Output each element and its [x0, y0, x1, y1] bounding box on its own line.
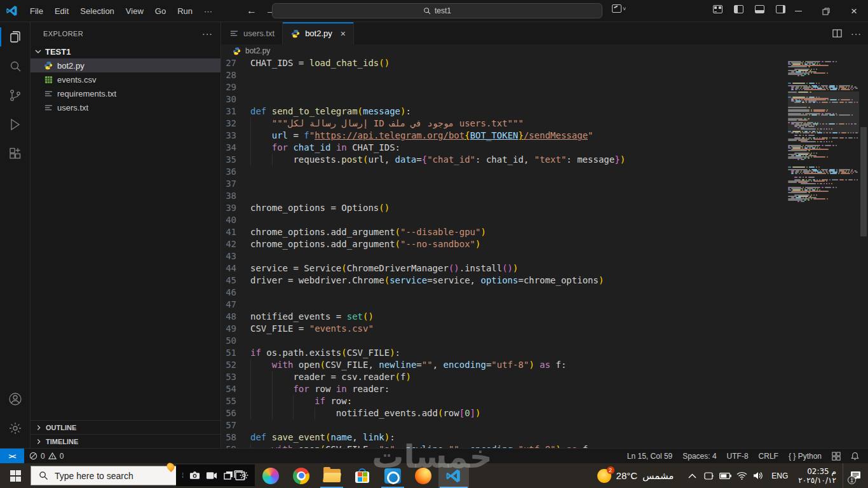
code-line[interactable]: 59with open(CSV_FILE, "a", newline="", e…: [221, 444, 868, 448]
code-line[interactable]: 52with open(CSV_FILE, newline="", encodi…: [221, 359, 868, 371]
code-line[interactable]: 51if os.path.exists(CSV_FILE):: [221, 347, 868, 359]
status-item-crlf[interactable]: CRLF: [759, 452, 778, 461]
code-line[interactable]: 56notified_events.add(row[0]): [221, 407, 868, 419]
tab-users-txt[interactable]: users.txt: [221, 22, 283, 44]
code-line[interactable]: 32"""إرسال رسالة لكل ID موجود في ملف use…: [221, 118, 868, 130]
file-item-users-txt[interactable]: users.txt: [31, 100, 220, 114]
speaker-icon[interactable]: [750, 463, 766, 488]
video-camera-icon[interactable]: [206, 471, 217, 480]
code-editor[interactable]: 27CHAT_IDS = load_chat_ids()28293031def …: [221, 57, 868, 448]
customize-layout-icon[interactable]: [713, 5, 722, 13]
wifi-icon[interactable]: [733, 463, 750, 488]
menu-item-[interactable]: ···: [199, 4, 217, 18]
capture-more-icon[interactable]: ⁞: [182, 472, 184, 479]
code-line[interactable]: 30: [221, 93, 868, 105]
tab-bot2-py[interactable]: bot2.py×: [283, 22, 354, 44]
scrollbar-thumb[interactable]: [860, 127, 867, 236]
code-line[interactable]: 49CSV_FILE = "events.csv": [221, 323, 868, 335]
code-line[interactable]: 33url = f"https://api.telegram.org/bot{B…: [221, 130, 868, 142]
minimize-button[interactable]: [784, 0, 812, 22]
code-line[interactable]: 39chrome_options = Options(): [221, 202, 868, 214]
code-line[interactable]: 35requests.post(url, data={"chat_id": ch…: [221, 154, 868, 166]
explorer-icon[interactable]: [0, 22, 31, 51]
section-timeline[interactable]: TIMELINE: [31, 434, 220, 448]
code-line[interactable]: 54for row in reader:: [221, 383, 868, 395]
problems-status[interactable]: 0 0: [29, 452, 64, 461]
taskbar-search[interactable]: Type here to search ⁞: [31, 466, 221, 485]
ports-icon[interactable]: [832, 452, 841, 461]
taskbar-app-chrome-icon[interactable]: [286, 463, 316, 488]
split-editor-icon[interactable]: [832, 29, 842, 38]
code-line[interactable]: 37: [221, 178, 868, 190]
code-line[interactable]: 28: [221, 69, 868, 81]
code-line[interactable]: 31def send_to_telegram(message):: [221, 105, 868, 118]
close-button[interactable]: ×: [840, 0, 868, 22]
code-line[interactable]: 44service = Service(ChromeDriverManager(…: [221, 262, 868, 274]
taskbar-app-copilot-icon[interactable]: [255, 463, 286, 488]
action-center-button[interactable]: 1: [843, 463, 868, 488]
code-line[interactable]: 47: [221, 299, 868, 311]
command-center-search[interactable]: test1: [272, 3, 602, 18]
vertical-scrollbar[interactable]: [859, 57, 868, 448]
taskbar-app-microsoft-store-icon[interactable]: [347, 463, 377, 488]
toggle-panel-icon[interactable]: [755, 5, 764, 13]
close-tab-icon[interactable]: ×: [341, 29, 346, 39]
code-line[interactable]: 41chrome_options.add_argument("--disable…: [221, 226, 868, 238]
language-indicator[interactable]: ENG: [766, 471, 793, 480]
camera-icon[interactable]: [189, 471, 200, 480]
code-line[interactable]: 57: [221, 419, 868, 431]
folder-test1[interactable]: TEST1: [31, 44, 220, 58]
toggle-sidebar-icon[interactable]: [734, 5, 743, 13]
taskbar-app-task-view-icon[interactable]: [225, 463, 255, 488]
code-line[interactable]: 53reader = csv.reader(f): [221, 371, 868, 383]
taskbar-app-outlook-icon[interactable]: [377, 463, 408, 488]
menu-item-go[interactable]: Go: [150, 4, 171, 18]
menu-item-file[interactable]: File: [25, 4, 48, 18]
file-item-requirements-txt[interactable]: requirements.txt: [31, 86, 220, 100]
extensions-icon[interactable]: [0, 139, 31, 168]
code-line[interactable]: 45driver = webdriver.Chrome(service=serv…: [221, 274, 868, 287]
code-line[interactable]: 43: [221, 250, 868, 262]
code-line[interactable]: 58def save_event(name, link):: [221, 431, 868, 444]
explorer-more-actions-icon[interactable]: ···: [202, 29, 213, 39]
code-line[interactable]: 34for chat_id in CHAT_IDS:: [221, 142, 868, 154]
layout-control-button[interactable]: ˅: [612, 4, 626, 13]
restore-button[interactable]: [812, 0, 840, 22]
status-item-utf-8[interactable]: UTF-8: [727, 452, 749, 461]
file-item-events-csv[interactable]: events.csv: [31, 72, 220, 86]
taskbar-app-vscode-icon[interactable]: [438, 463, 469, 488]
menu-item-view[interactable]: View: [121, 4, 149, 18]
minimap[interactable]: [788, 58, 859, 446]
search-sidebar-icon[interactable]: [0, 51, 31, 81]
status-item-spaces-4[interactable]: Spaces: 4: [682, 452, 716, 461]
code-line[interactable]: 46: [221, 287, 868, 299]
code-line[interactable]: 42chrome_options.add_argument("--no-sand…: [221, 238, 868, 250]
code-line[interactable]: 40: [221, 214, 868, 226]
code-line[interactable]: 55if row:: [221, 395, 868, 407]
notifications-bell-icon[interactable]: [851, 452, 859, 461]
taskbar-app-file-explorer-icon[interactable]: [316, 463, 347, 488]
source-control-icon[interactable]: [0, 81, 31, 110]
settings-gear-icon[interactable]: [0, 414, 31, 443]
file-item-bot2-py[interactable]: bot2.py: [31, 58, 220, 72]
section-outline[interactable]: OUTLINE: [31, 420, 220, 434]
breadcrumb[interactable]: bot2.py: [221, 44, 868, 57]
menu-item-edit[interactable]: Edit: [50, 4, 74, 18]
status-item-ln-15-col-59[interactable]: Ln 15, Col 59: [627, 452, 672, 461]
remote-indicator[interactable]: ><: [0, 449, 24, 464]
clock[interactable]: 02:35 م ٢٠٢٥/١٠/١٢: [793, 467, 843, 485]
taskbar-app-firefox-icon[interactable]: [408, 463, 438, 488]
code-line[interactable]: 38: [221, 190, 868, 202]
start-button[interactable]: [0, 463, 31, 488]
status-item--python[interactable]: { } Python: [789, 452, 822, 461]
back-arrow-icon[interactable]: ←: [247, 5, 257, 17]
code-line[interactable]: 36: [221, 166, 868, 178]
battery-icon[interactable]: [717, 463, 733, 488]
code-line[interactable]: 29: [221, 81, 868, 93]
code-line[interactable]: 50: [221, 335, 868, 347]
account-icon[interactable]: [0, 384, 31, 414]
run-debug-icon[interactable]: [0, 110, 31, 139]
menu-item-run[interactable]: Run: [172, 4, 198, 18]
editor-more-actions-icon[interactable]: ···: [851, 29, 862, 39]
code-line[interactable]: 27CHAT_IDS = load_chat_ids(): [221, 57, 868, 69]
